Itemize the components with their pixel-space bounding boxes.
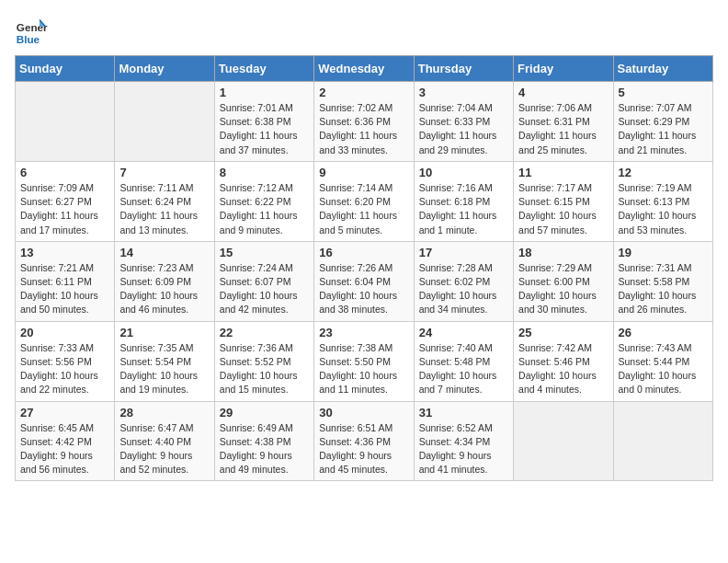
calendar-cell: 10Sunrise: 7:16 AM Sunset: 6:18 PM Dayli… — [414, 161, 513, 241]
page-header: General Blue — [15, 15, 713, 48]
calendar-cell — [16, 82, 115, 162]
day-number: 26 — [619, 326, 708, 339]
calendar-cell — [514, 401, 613, 481]
calendar-cell: 22Sunrise: 7:36 AM Sunset: 5:52 PM Dayli… — [214, 321, 313, 401]
day-header-wednesday: Wednesday — [314, 56, 414, 82]
cell-info: Sunrise: 6:51 AM Sunset: 4:36 PM Dayligh… — [319, 422, 392, 476]
calendar-cell: 3Sunrise: 7:04 AM Sunset: 6:33 PM Daylig… — [414, 82, 513, 162]
calendar-cell: 18Sunrise: 7:29 AM Sunset: 6:00 PM Dayli… — [514, 241, 613, 321]
day-number: 9 — [319, 166, 408, 179]
calendar-cell — [115, 82, 214, 162]
cell-info: Sunrise: 6:49 AM Sunset: 4:38 PM Dayligh… — [220, 422, 293, 476]
cell-info: Sunrise: 6:45 AM Sunset: 4:42 PM Dayligh… — [20, 422, 94, 476]
calendar-cell: 1Sunrise: 7:01 AM Sunset: 6:38 PM Daylig… — [214, 82, 313, 162]
day-number: 4 — [518, 86, 608, 99]
cell-info: Sunrise: 7:16 AM Sunset: 6:18 PM Dayligh… — [419, 182, 497, 236]
day-header-monday: Monday — [115, 56, 214, 82]
calendar-body: 1Sunrise: 7:01 AM Sunset: 6:38 PM Daylig… — [16, 82, 713, 481]
svg-text:Blue: Blue — [17, 33, 40, 45]
cell-info: Sunrise: 7:35 AM Sunset: 5:54 PM Dayligh… — [119, 342, 198, 396]
cell-info: Sunrise: 7:38 AM Sunset: 5:50 PM Dayligh… — [319, 342, 397, 396]
day-number: 30 — [319, 406, 408, 419]
calendar-cell: 7Sunrise: 7:11 AM Sunset: 6:24 PM Daylig… — [115, 161, 214, 241]
calendar-cell: 14Sunrise: 7:23 AM Sunset: 6:09 PM Dayli… — [115, 241, 214, 321]
calendar-cell — [613, 401, 712, 481]
day-number: 21 — [119, 326, 209, 339]
day-number: 11 — [518, 166, 608, 179]
calendar-cell: 26Sunrise: 7:43 AM Sunset: 5:44 PM Dayli… — [613, 321, 712, 401]
day-number: 17 — [419, 246, 508, 259]
calendar-table: SundayMondayTuesdayWednesdayThursdayFrid… — [15, 55, 713, 481]
cell-info: Sunrise: 7:40 AM Sunset: 5:48 PM Dayligh… — [419, 342, 497, 396]
calendar-week-3: 13Sunrise: 7:21 AM Sunset: 6:11 PM Dayli… — [16, 241, 713, 321]
cell-info: Sunrise: 7:09 AM Sunset: 6:27 PM Dayligh… — [20, 182, 98, 236]
calendar-header-row: SundayMondayTuesdayWednesdayThursdayFrid… — [16, 56, 713, 82]
cell-info: Sunrise: 7:01 AM Sunset: 6:38 PM Dayligh… — [220, 102, 298, 155]
calendar-cell: 31Sunrise: 6:52 AM Sunset: 4:34 PM Dayli… — [414, 401, 513, 481]
calendar-cell: 16Sunrise: 7:26 AM Sunset: 6:04 PM Dayli… — [314, 241, 414, 321]
calendar-cell: 15Sunrise: 7:24 AM Sunset: 6:07 PM Dayli… — [214, 241, 313, 321]
day-number: 16 — [319, 246, 408, 259]
logo: General Blue — [15, 15, 50, 48]
day-header-friday: Friday — [514, 56, 613, 82]
cell-info: Sunrise: 7:23 AM Sunset: 6:09 PM Dayligh… — [119, 262, 198, 316]
calendar-cell: 11Sunrise: 7:17 AM Sunset: 6:15 PM Dayli… — [514, 161, 613, 241]
day-header-thursday: Thursday — [414, 56, 513, 82]
calendar-week-1: 1Sunrise: 7:01 AM Sunset: 6:38 PM Daylig… — [16, 82, 713, 162]
cell-info: Sunrise: 7:21 AM Sunset: 6:11 PM Dayligh… — [20, 262, 98, 316]
day-header-sunday: Sunday — [16, 56, 115, 82]
calendar-week-4: 20Sunrise: 7:33 AM Sunset: 5:56 PM Dayli… — [16, 321, 713, 401]
day-number: 18 — [518, 246, 608, 259]
calendar-cell: 24Sunrise: 7:40 AM Sunset: 5:48 PM Dayli… — [414, 321, 513, 401]
cell-info: Sunrise: 7:26 AM Sunset: 6:04 PM Dayligh… — [319, 262, 397, 316]
day-number: 5 — [619, 86, 708, 99]
day-number: 14 — [119, 246, 209, 259]
cell-info: Sunrise: 7:12 AM Sunset: 6:22 PM Dayligh… — [220, 182, 298, 236]
day-number: 7 — [119, 166, 209, 179]
cell-info: Sunrise: 7:11 AM Sunset: 6:24 PM Dayligh… — [119, 182, 198, 236]
calendar-cell: 6Sunrise: 7:09 AM Sunset: 6:27 PM Daylig… — [16, 161, 115, 241]
day-number: 23 — [319, 326, 408, 339]
cell-info: Sunrise: 7:29 AM Sunset: 6:00 PM Dayligh… — [518, 262, 597, 316]
cell-info: Sunrise: 7:43 AM Sunset: 5:44 PM Dayligh… — [619, 342, 697, 396]
day-number: 22 — [220, 326, 309, 339]
cell-info: Sunrise: 7:14 AM Sunset: 6:20 PM Dayligh… — [319, 182, 397, 236]
logo-icon: General Blue — [15, 15, 48, 48]
cell-info: Sunrise: 7:07 AM Sunset: 6:29 PM Dayligh… — [619, 102, 697, 155]
cell-info: Sunrise: 7:04 AM Sunset: 6:33 PM Dayligh… — [419, 102, 497, 155]
day-number: 6 — [20, 166, 109, 179]
cell-info: Sunrise: 7:31 AM Sunset: 5:58 PM Dayligh… — [619, 262, 697, 316]
calendar-cell: 4Sunrise: 7:06 AM Sunset: 6:31 PM Daylig… — [514, 82, 613, 162]
day-number: 29 — [220, 406, 309, 419]
cell-info: Sunrise: 6:47 AM Sunset: 4:40 PM Dayligh… — [119, 422, 193, 476]
day-header-tuesday: Tuesday — [214, 56, 313, 82]
day-number: 10 — [419, 166, 508, 179]
calendar-cell: 13Sunrise: 7:21 AM Sunset: 6:11 PM Dayli… — [16, 241, 115, 321]
calendar-cell: 8Sunrise: 7:12 AM Sunset: 6:22 PM Daylig… — [214, 161, 313, 241]
calendar-cell: 5Sunrise: 7:07 AM Sunset: 6:29 PM Daylig… — [613, 82, 712, 162]
cell-info: Sunrise: 6:52 AM Sunset: 4:34 PM Dayligh… — [419, 422, 493, 476]
calendar-cell: 28Sunrise: 6:47 AM Sunset: 4:40 PM Dayli… — [115, 401, 214, 481]
calendar-week-2: 6Sunrise: 7:09 AM Sunset: 6:27 PM Daylig… — [16, 161, 713, 241]
cell-info: Sunrise: 7:36 AM Sunset: 5:52 PM Dayligh… — [220, 342, 298, 396]
cell-info: Sunrise: 7:02 AM Sunset: 6:36 PM Dayligh… — [319, 102, 397, 155]
day-number: 1 — [220, 86, 309, 99]
day-number: 2 — [319, 86, 408, 99]
calendar-cell: 12Sunrise: 7:19 AM Sunset: 6:13 PM Dayli… — [613, 161, 712, 241]
day-number: 19 — [619, 246, 708, 259]
calendar-week-5: 27Sunrise: 6:45 AM Sunset: 4:42 PM Dayli… — [16, 401, 713, 481]
calendar-cell: 30Sunrise: 6:51 AM Sunset: 4:36 PM Dayli… — [314, 401, 414, 481]
calendar-cell: 23Sunrise: 7:38 AM Sunset: 5:50 PM Dayli… — [314, 321, 414, 401]
calendar-cell: 19Sunrise: 7:31 AM Sunset: 5:58 PM Dayli… — [613, 241, 712, 321]
day-number: 13 — [20, 246, 109, 259]
calendar-cell: 2Sunrise: 7:02 AM Sunset: 6:36 PM Daylig… — [314, 82, 414, 162]
cell-info: Sunrise: 7:33 AM Sunset: 5:56 PM Dayligh… — [20, 342, 98, 396]
calendar-cell: 9Sunrise: 7:14 AM Sunset: 6:20 PM Daylig… — [314, 161, 414, 241]
calendar-cell: 17Sunrise: 7:28 AM Sunset: 6:02 PM Dayli… — [414, 241, 513, 321]
calendar-cell: 21Sunrise: 7:35 AM Sunset: 5:54 PM Dayli… — [115, 321, 214, 401]
day-number: 25 — [518, 326, 608, 339]
calendar-cell: 27Sunrise: 6:45 AM Sunset: 4:42 PM Dayli… — [16, 401, 115, 481]
day-number: 20 — [20, 326, 109, 339]
day-number: 31 — [419, 406, 508, 419]
day-header-saturday: Saturday — [613, 56, 712, 82]
